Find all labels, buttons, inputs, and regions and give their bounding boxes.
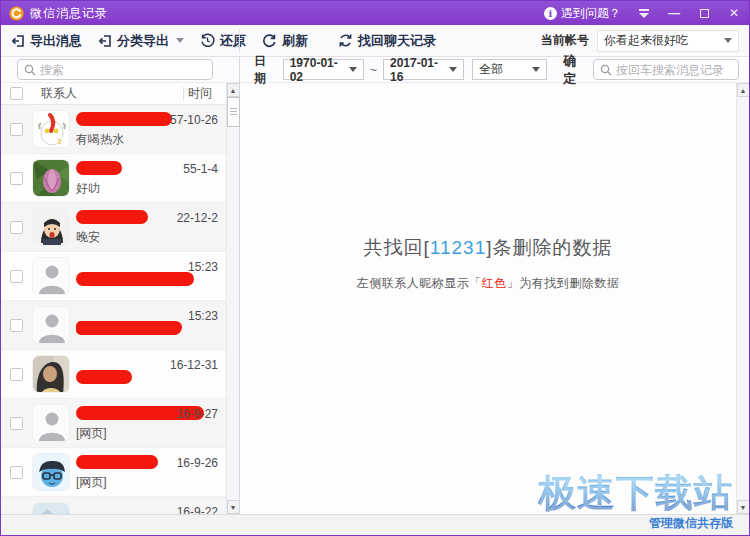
contact-row[interactable]: 好叻 55-1-4 (1, 154, 226, 203)
row-checkbox[interactable] (10, 319, 23, 332)
contacts-scrollbar[interactable]: ▲ ▼ (226, 83, 239, 514)
chevron-down-icon (349, 67, 357, 72)
recover-chat-label: 找回聊天记录 (358, 32, 436, 50)
contact-subtitle: 晚安 (76, 229, 148, 246)
toolbar-divider (239, 29, 240, 52)
row-checkbox[interactable] (10, 417, 23, 430)
account-value: 你看起来很好吃 (604, 32, 688, 49)
row-checkbox[interactable] (10, 221, 23, 234)
avatar-default-silhouette (32, 306, 70, 344)
window-title: 微信消息记录 (30, 5, 108, 22)
statusbar (1, 514, 749, 535)
redacted-name-scribble (76, 321, 182, 335)
redacted-name-scribble (76, 455, 158, 469)
contact-row[interactable]: 16-9-22 (1, 497, 226, 514)
contact-time: 55-1-4 (183, 162, 218, 176)
maximize-icon[interactable] (697, 6, 711, 20)
current-account-label: 当前帐号 (541, 32, 589, 49)
row-checkbox[interactable] (10, 270, 23, 283)
contact-row[interactable]: [网页] 16-9-27 (1, 399, 226, 448)
message-search-box (593, 59, 739, 80)
row-checkbox[interactable] (10, 123, 23, 136)
date-to-dropdown[interactable]: 2017-01-16 (383, 59, 464, 80)
avatar-default-silhouette (32, 257, 70, 295)
redacted-name-scribble (76, 370, 132, 384)
avatar-photo-girl (32, 355, 70, 393)
red-highlight: 红色 (482, 276, 507, 290)
scroll-down-icon[interactable]: ▼ (227, 500, 240, 514)
search-icon (600, 64, 612, 76)
redacted-name-scribble (76, 112, 172, 126)
refresh-button[interactable]: 刷新 (262, 32, 308, 50)
sync-icon (338, 33, 353, 48)
export-icon (11, 34, 25, 48)
recovered-count-value: 11231 (430, 237, 486, 258)
chevron-down-icon (176, 38, 184, 43)
scroll-up-icon[interactable]: ▲ (227, 83, 240, 97)
chevron-down-icon (532, 67, 540, 72)
row-checkbox[interactable] (10, 466, 23, 479)
date-range-separator: ~ (370, 63, 377, 77)
chevron-down-icon (449, 67, 457, 72)
results-area: 共找回[11231]条删除的数据 左侧联系人昵称显示「红色」为有找到删除数据 ▲… (240, 83, 749, 514)
contact-row[interactable]: 15:23 (1, 252, 226, 301)
type-filter-value: 全部 (479, 61, 503, 78)
toolbar: 导出消息 分类导出 还原 刷新 找回聊天记录 当前帐号 你看起来很好吃 (1, 25, 749, 57)
type-filter-dropdown[interactable]: 全部 (472, 59, 546, 80)
date-from-dropdown[interactable]: 1970-01-02 (283, 59, 364, 80)
select-all-checkbox[interactable] (10, 87, 23, 100)
contact-row[interactable]: 16-12-31 (1, 350, 226, 399)
column-separator (183, 87, 184, 101)
contacts-panel: 联系人 时间 有喝热水 57-10-26 (1, 57, 240, 514)
contact-subtitle: 有喝热水 (76, 131, 172, 148)
scroll-down-icon[interactable]: ▼ (737, 500, 750, 514)
category-export-button[interactable]: 分类导出 (98, 32, 184, 50)
restore-icon (200, 33, 215, 48)
recovered-count-headline: 共找回[11231]条删除的数据 (240, 235, 736, 261)
message-search-input[interactable] (616, 63, 732, 77)
help-label: 遇到问题？ (561, 5, 621, 22)
help-link[interactable]: i 遇到问题？ (544, 5, 621, 22)
recover-chat-button[interactable]: 找回聊天记录 (338, 32, 436, 50)
contact-time: 16-9-27 (177, 407, 218, 421)
red-hint-note: 左侧联系人昵称显示「红色」为有找到删除数据 (240, 275, 736, 292)
minimize-to-tray-icon[interactable] (637, 6, 651, 20)
refresh-icon (262, 33, 277, 48)
redacted-name-scribble (76, 210, 148, 224)
close-icon[interactable]: ✕ (727, 6, 741, 20)
minimize-icon[interactable]: — (667, 6, 681, 20)
contacts-search-input[interactable] (40, 63, 206, 77)
row-checkbox[interactable] (10, 172, 23, 185)
app-logo-icon (9, 6, 24, 21)
contact-row[interactable]: [网页] 16-9-26 (1, 448, 226, 497)
contact-time: 16-9-26 (177, 456, 218, 470)
contact-time: 16-9-22 (177, 505, 218, 514)
avatar-girl-cartoon (32, 208, 70, 246)
contact-time: 16-12-31 (170, 358, 218, 372)
category-export-label: 分类导出 (117, 32, 169, 50)
row-checkbox[interactable] (10, 368, 23, 381)
contact-time: 15:23 (188, 260, 218, 274)
account-dropdown[interactable]: 你看起来很好吃 (597, 30, 739, 52)
messages-panel: 日期 1970-01-02 ~ 2017-01-16 全部 确定 (240, 57, 749, 514)
contact-column-header: 联系人 (41, 85, 183, 102)
contact-subtitle: 好叻 (76, 180, 122, 197)
restore-label: 还原 (220, 32, 246, 50)
date-to-value: 2017-01-16 (390, 56, 449, 84)
scroll-up-icon[interactable]: ▲ (737, 83, 750, 97)
avatar-blue-boy-cartoon (32, 453, 70, 491)
contact-row[interactable]: 有喝热水 57-10-26 (1, 105, 226, 154)
scrollbar-thumb[interactable] (227, 97, 240, 127)
contact-row[interactable]: 晚安 22-12-2 (1, 203, 226, 252)
avatar-lotus-flower (32, 159, 70, 197)
export-icon (98, 34, 112, 48)
date-label: 日期 (254, 53, 275, 87)
contact-time: 15:23 (188, 309, 218, 323)
info-icon: i (544, 7, 557, 20)
export-messages-button[interactable]: 导出消息 (11, 32, 82, 50)
messages-scrollbar[interactable]: ▲ ▼ (736, 83, 749, 514)
chevron-down-icon (724, 38, 732, 43)
search-icon (24, 64, 36, 76)
contact-time: 22-12-2 (177, 211, 218, 225)
contact-row[interactable]: 15:23 (1, 301, 226, 350)
